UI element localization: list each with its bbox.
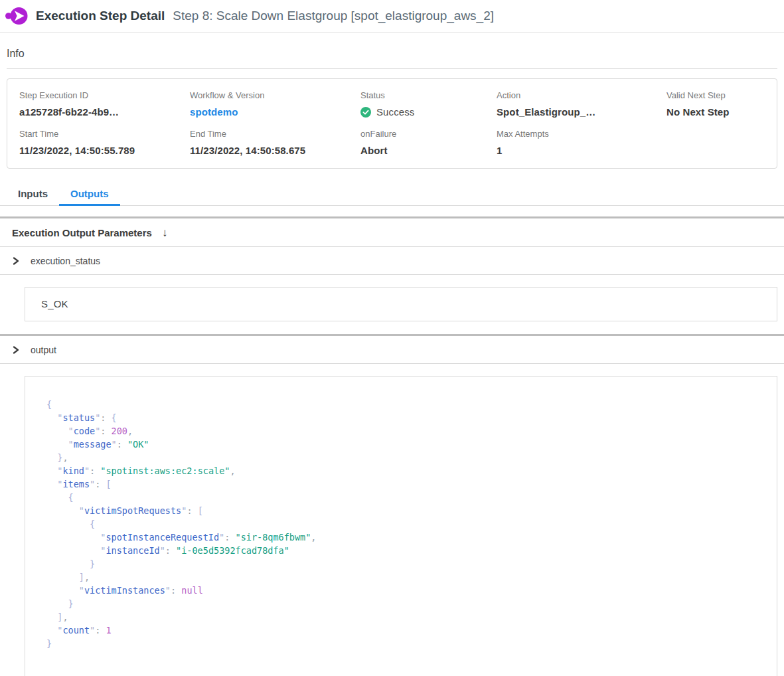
- field-label: Valid Next Step: [666, 90, 777, 100]
- code-line: },: [46, 451, 763, 464]
- code-line: "status": {: [46, 411, 763, 424]
- field-onfailure: onFailure Abort: [360, 129, 497, 156]
- output-content: { "status": { "code": 200, "message": "O…: [0, 364, 784, 676]
- info-card: Step Execution ID a125728f-6b22-4b9… Wor…: [7, 78, 777, 169]
- accordion-output[interactable]: output: [0, 336, 784, 364]
- field-value: No Next Step: [666, 106, 777, 118]
- field-action: Action Spot_Elastigroup_…: [497, 90, 666, 118]
- output-parameters-header: Execution Output Parameters ↓: [0, 218, 784, 247]
- code-line: ],: [46, 570, 763, 584]
- code-line: {: [46, 398, 763, 411]
- field-value: Success: [360, 106, 497, 118]
- code-line: "code": 200,: [46, 424, 763, 438]
- spacer: [0, 206, 784, 216]
- code-line: {: [46, 491, 763, 504]
- code-line: "victimSpotRequests": [: [46, 504, 763, 517]
- field-status: Status Success: [360, 90, 497, 118]
- output-parameters-title: Execution Output Parameters: [12, 227, 152, 238]
- tab-outputs[interactable]: Outputs: [59, 185, 120, 206]
- info-grid: Step Execution ID a125728f-6b22-4b9… Wor…: [19, 90, 777, 156]
- field-value: Abort: [360, 145, 497, 156]
- page-title: Execution Step Detail: [36, 9, 165, 23]
- code-line: "spotInstanceRequestId": "sir-8qm6fbwm",: [46, 531, 763, 544]
- accordion-execution-status[interactable]: execution_status: [0, 247, 784, 275]
- chevron-right-icon: [13, 346, 19, 354]
- code-line: "items": [: [46, 477, 763, 491]
- code-line: "kind": "spotinst:aws:ec2:scale",: [46, 464, 763, 477]
- field-workflow-version: Workflow & Version spotdemo: [190, 90, 360, 118]
- status-text: Success: [376, 106, 414, 118]
- field-label: Action: [497, 90, 666, 100]
- code-line: }: [46, 557, 763, 570]
- field-valid-next-step: Valid Next Step No Next Step: [666, 90, 777, 118]
- code-line: }: [46, 597, 763, 610]
- param-name-output: output: [31, 345, 56, 355]
- field-value: Spot_Elastigroup_…: [497, 106, 666, 118]
- success-check-icon: [360, 107, 371, 118]
- info-section-title: Info: [7, 33, 777, 69]
- code-line: "message": "OK": [46, 438, 763, 451]
- field-label: Status: [360, 90, 497, 100]
- field-label: Step Execution ID: [19, 90, 190, 100]
- field-label: onFailure: [360, 129, 497, 139]
- field-label: Max Attempts: [497, 129, 666, 139]
- field-end-time: End Time 11/23/2022, 14:50:58.675: [190, 129, 360, 156]
- field-max-attempts: Max Attempts 1: [497, 129, 666, 156]
- field-step-execution-id: Step Execution ID a125728f-6b22-4b9…: [19, 90, 190, 118]
- execution-status-content: S_OK: [0, 275, 784, 334]
- field-start-time: Start Time 11/23/2022, 14:50:55.789: [19, 129, 190, 156]
- page-subtitle: Step 8: Scale Down Elastgroup [spot_elas…: [173, 9, 494, 23]
- field-label: Start Time: [19, 129, 190, 139]
- code-line: "instanceId": "i-0e5d5392fcad78dfa": [46, 544, 763, 557]
- page-header: Execution Step Detail Step 8: Scale Down…: [0, 0, 784, 33]
- code-line: ],: [46, 610, 763, 624]
- field-label: Workflow & Version: [190, 90, 360, 100]
- field-value: 11/23/2022, 14:50:58.675: [190, 145, 360, 156]
- execution-status-value-box: S_OK: [25, 287, 777, 321]
- spot-logo-icon: [5, 5, 28, 27]
- output-parameters-panel: Execution Output Parameters ↓ execution_…: [0, 216, 784, 676]
- param-name-execution-status: execution_status: [31, 256, 100, 266]
- code-line: {: [46, 517, 763, 531]
- execution-status-value: S_OK: [41, 298, 68, 309]
- download-arrow-icon[interactable]: ↓: [162, 227, 168, 238]
- field-label: End Time: [190, 129, 360, 139]
- field-value: 11/23/2022, 14:50:55.789: [19, 145, 190, 156]
- code-line: "count": 1: [46, 624, 763, 637]
- tab-inputs[interactable]: Inputs: [7, 185, 59, 206]
- field-value: a125728f-6b22-4b9…: [19, 106, 190, 118]
- tab-bar: InputsOutputs: [0, 185, 784, 206]
- output-json-code: { "status": { "code": 200, "message": "O…: [25, 376, 777, 676]
- chevron-right-icon: [13, 257, 19, 265]
- code-line: "victimInstances": null: [46, 584, 763, 597]
- workflow-version-link[interactable]: spotdemo: [190, 106, 360, 118]
- code-line: }: [46, 637, 763, 650]
- field-value: 1: [497, 145, 666, 156]
